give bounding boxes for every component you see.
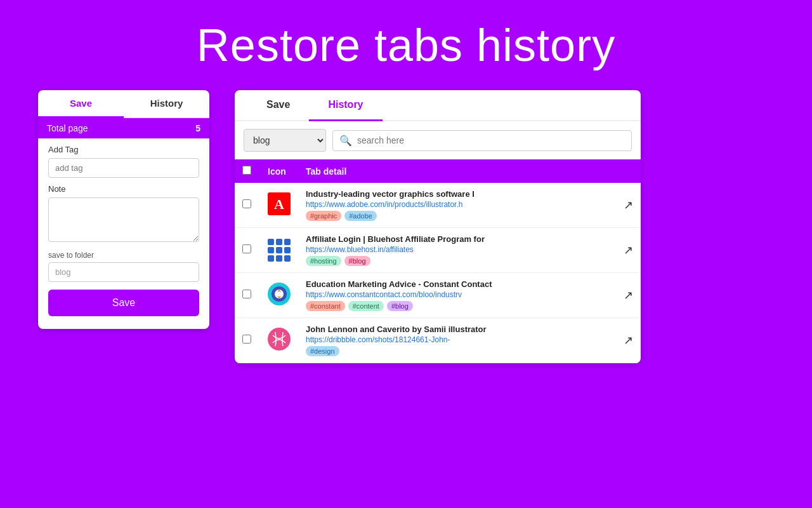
right-tab-bar: Save History — [235, 90, 641, 121]
table-row: Education Marketing Advice - Constant Co… — [235, 273, 641, 318]
tag-item[interactable]: #blog — [344, 256, 370, 266]
tag-list: #graphic#adobe — [306, 211, 608, 221]
left-tab-save[interactable]: Save — [38, 90, 124, 118]
tag-item[interactable]: #content — [348, 301, 384, 311]
row-open-cell: ↗︎ — [615, 273, 641, 318]
table-header-row: Icon Tab detail — [235, 159, 641, 183]
tab-title: Affiliate Login | Bluehost Affiliate Pro… — [306, 234, 608, 244]
table-row: Affiliate Login | Bluehost Affiliate Pro… — [235, 228, 641, 273]
panels-container: Save History Total page 5 Add Tag Note s… — [0, 90, 812, 363]
save-folder-section: save to folder — [38, 244, 209, 282]
bluehost-icon — [268, 239, 291, 262]
dribbble-icon — [268, 328, 291, 351]
svg-point-6 — [268, 328, 291, 351]
tab-title: Education Marketing Advice - Constant Co… — [306, 279, 608, 289]
open-tab-icon[interactable]: ↗︎ — [624, 244, 633, 257]
search-box: 🔍 — [332, 130, 632, 151]
tag-list: #constant#content#blog — [306, 301, 608, 311]
tab-title: John Lennon and Caverito by Samii illust… — [306, 324, 608, 334]
tab-url[interactable]: https://www.constantcontact.com/bloo/ind… — [306, 290, 608, 299]
row-checkbox-cell — [235, 318, 260, 363]
save-button[interactable]: Save — [48, 290, 199, 316]
save-folder-label: save to folder — [48, 251, 199, 260]
row-checkbox-cell — [235, 183, 260, 228]
left-tab-history[interactable]: History — [124, 90, 209, 117]
row-icon-cell — [260, 228, 298, 273]
tag-item[interactable]: #design — [306, 346, 339, 356]
search-input[interactable] — [357, 135, 625, 145]
tab-url[interactable]: https://www.bluehost.in/affiliates — [306, 245, 608, 254]
select-all-checkbox[interactable] — [242, 166, 251, 175]
row-checkbox[interactable] — [242, 199, 251, 208]
filter-row: blog all design hosting content 🔍 — [235, 121, 641, 159]
folder-filter-select[interactable]: blog all design hosting content — [244, 129, 326, 152]
right-panel: Save History blog all design hosting con… — [235, 90, 641, 363]
total-page-count: 5 — [195, 123, 200, 133]
left-panel: Save History Total page 5 Add Tag Note s… — [38, 90, 209, 329]
col-detail-header: Tab detail — [298, 159, 615, 183]
add-tag-label: Add Tag — [48, 145, 199, 154]
col-checkbox — [235, 159, 260, 183]
total-page-row: Total page 5 — [38, 118, 209, 138]
row-checkbox[interactable] — [242, 290, 251, 298]
tag-item[interactable]: #hosting — [306, 256, 341, 266]
tab-url[interactable]: https://dribbble.com/shots/18124661-John… — [306, 335, 608, 344]
right-tab-history[interactable]: History — [309, 90, 382, 121]
table-row: A Industry-leading vector graphics softw… — [235, 183, 641, 228]
col-icon-header: Icon — [260, 159, 298, 183]
search-icon: 🔍 — [339, 135, 352, 147]
row-open-cell: ↗︎ — [615, 318, 641, 363]
tab-title: Industry-leading vector graphics softwar… — [306, 189, 608, 199]
row-open-cell: ↗︎ — [615, 183, 641, 228]
tag-list: #hosting#blog — [306, 256, 608, 266]
note-label: Note — [48, 184, 199, 194]
row-detail-cell: Industry-leading vector graphics softwar… — [298, 183, 615, 228]
tag-list: #design — [306, 346, 608, 356]
row-detail-cell: Affiliate Login | Bluehost Affiliate Pro… — [298, 228, 615, 273]
row-icon-cell — [260, 318, 298, 363]
row-checkbox[interactable] — [242, 244, 251, 253]
row-open-cell: ↗︎ — [615, 228, 641, 273]
tag-item[interactable]: #constant — [306, 301, 345, 311]
add-tag-section: Add Tag — [38, 138, 209, 178]
tag-item[interactable]: #graphic — [306, 211, 341, 221]
col-action-header — [615, 159, 641, 183]
tag-item[interactable]: #adobe — [344, 211, 377, 221]
row-icon-cell — [260, 273, 298, 318]
add-tag-input[interactable] — [48, 158, 199, 178]
svg-text:A: A — [274, 196, 284, 212]
tab-url[interactable]: https://www.adobe.com/in/products/illust… — [306, 200, 608, 209]
note-section: Note — [38, 178, 209, 244]
right-tab-save[interactable]: Save — [247, 90, 309, 120]
tag-item[interactable]: #blog — [387, 301, 413, 311]
row-detail-cell: John Lennon and Caverito by Samii illust… — [298, 318, 615, 363]
note-textarea[interactable] — [48, 197, 199, 242]
total-page-label: Total page — [47, 123, 88, 133]
page-title: Restore tabs history — [197, 19, 615, 71]
left-tab-bar: Save History — [38, 90, 209, 118]
row-checkbox-cell — [235, 228, 260, 273]
open-tab-icon[interactable]: ↗︎ — [624, 289, 633, 302]
constant-contact-icon — [268, 283, 291, 305]
row-checkbox-cell — [235, 273, 260, 318]
row-detail-cell: Education Marketing Advice - Constant Co… — [298, 273, 615, 318]
adobe-icon: A — [268, 192, 291, 215]
row-icon-cell: A — [260, 183, 298, 228]
svg-point-5 — [277, 291, 282, 297]
history-table: Icon Tab detail A Industry-leading vecto… — [235, 159, 641, 363]
save-folder-input[interactable] — [48, 262, 199, 282]
open-tab-icon[interactable]: ↗︎ — [624, 199, 633, 211]
open-tab-icon[interactable]: ↗︎ — [624, 334, 633, 347]
row-checkbox[interactable] — [242, 335, 251, 344]
table-row: John Lennon and Caverito by Samii illust… — [235, 318, 641, 363]
